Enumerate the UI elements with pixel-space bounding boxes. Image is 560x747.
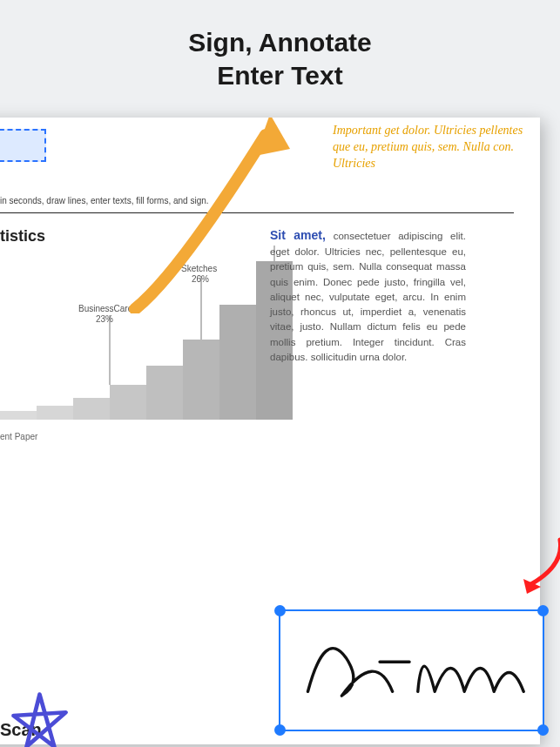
chart-value-0: 23% — [96, 314, 113, 324]
signature-icon — [280, 611, 543, 730]
red-arrow-icon[interactable] — [516, 531, 560, 601]
chart-label-0: BusinessCard — [78, 304, 132, 313]
chart-bars — [0, 261, 293, 420]
body-text: consectetuer adipiscing elit. eget dolor… — [270, 231, 466, 362]
hero-title: Sign, Annotate Enter Text — [0, 0, 560, 91]
chart-label-1: Sketches — [181, 264, 217, 273]
svg-rect-7 — [219, 305, 256, 420]
svg-rect-3 — [73, 398, 110, 420]
bar-chart: BusinessCard 23% Sketches 26% Work 42 — [0, 246, 305, 428]
handwritten-note[interactable]: Important get dolor. Ultricies pellentes… — [333, 123, 524, 172]
body-paragraph: Sit amet, consectetuer adipiscing elit. … — [270, 226, 466, 365]
svg-rect-2 — [37, 406, 73, 420]
svg-marker-0 — [255, 118, 290, 156]
svg-rect-1 — [0, 411, 37, 420]
body-lead: Sit amet, — [270, 228, 326, 242]
star-scribble-icon[interactable] — [7, 690, 72, 747]
svg-rect-4 — [110, 385, 146, 420]
signature-box[interactable] — [279, 609, 544, 731]
selection-rectangle[interactable] — [0, 129, 46, 162]
chart-value-1: 26% — [192, 274, 209, 284]
instruction-text: in seconds, draw lines, enter texts, fil… — [0, 196, 514, 205]
hero-line1: Sign, Annotate — [188, 28, 372, 57]
hero-line2: Enter Text — [217, 61, 342, 90]
svg-rect-5 — [146, 366, 183, 420]
divider — [0, 212, 514, 213]
chart-footer: ent Paper — [0, 432, 514, 441]
svg-rect-6 — [183, 340, 219, 420]
